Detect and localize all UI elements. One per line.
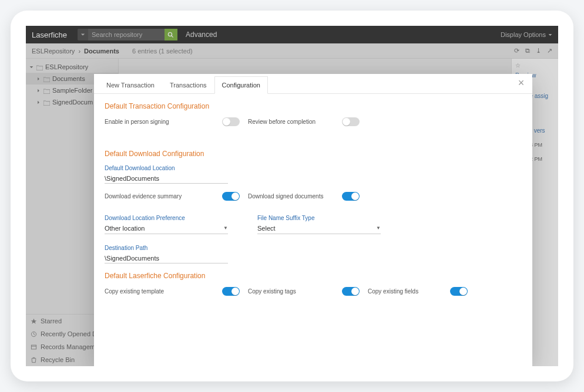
modal-tabs: New Transaction Transactions Configurati…: [94, 74, 532, 94]
select-location-pref[interactable]: Other location ▼: [105, 222, 228, 234]
section-title-laserfiche: Default Laserfiche Configuration: [105, 272, 522, 280]
label-default-download-location: Default Download Location: [105, 165, 522, 171]
toggle-copy-template[interactable]: [222, 287, 240, 296]
label-review-before: Review before completion: [248, 119, 342, 125]
toggle-copy-tags[interactable]: [342, 287, 360, 296]
toggle-enable-in-person[interactable]: [222, 117, 240, 126]
label-location-pref: Download Location Preference: [105, 215, 234, 221]
chevron-down-icon: ▼: [376, 225, 381, 231]
modal-body: Default Transaction Configuration Enable…: [94, 94, 532, 366]
select-value: Other location: [105, 225, 145, 232]
configuration-modal: New Transaction Transactions Configurati…: [94, 74, 532, 366]
close-icon: ×: [518, 77, 525, 89]
section-title-transaction: Default Transaction Configuration: [105, 102, 522, 110]
input-default-download-location[interactable]: [105, 174, 228, 184]
section-title-download: Default Download Configuration: [105, 150, 522, 158]
tab-new-transaction[interactable]: New Transaction: [99, 76, 162, 93]
label-evidence-summary: Download evidence summary: [105, 193, 222, 200]
select-suffix-type[interactable]: Select ▼: [257, 222, 381, 234]
chevron-down-icon: ▼: [223, 225, 228, 231]
label-copy-tags: Copy existing tags: [248, 288, 342, 295]
label-signed-docs: Download signed documents: [248, 193, 342, 200]
label-suffix-type: File Name Suffix Type: [257, 215, 387, 221]
label-dest-path: Destination Path: [105, 245, 522, 251]
toggle-review-before[interactable]: [342, 117, 360, 126]
select-value: Select: [257, 225, 276, 232]
label-copy-template: Copy existing template: [105, 288, 222, 295]
close-button[interactable]: ×: [516, 77, 526, 88]
label-copy-fields: Copy existing fields: [368, 288, 450, 295]
toggle-copy-fields[interactable]: [450, 287, 468, 296]
tab-transactions[interactable]: Transactions: [162, 76, 214, 93]
tab-configuration[interactable]: Configuration: [214, 76, 268, 94]
toggle-evidence-summary[interactable]: [222, 192, 240, 201]
input-dest-path[interactable]: [105, 254, 228, 263]
app-root: Laserfiche Advanced Display Options ESLR…: [26, 26, 558, 366]
toggle-signed-docs[interactable]: [342, 192, 360, 201]
label-enable-in-person: Enable in person signing: [105, 119, 222, 125]
